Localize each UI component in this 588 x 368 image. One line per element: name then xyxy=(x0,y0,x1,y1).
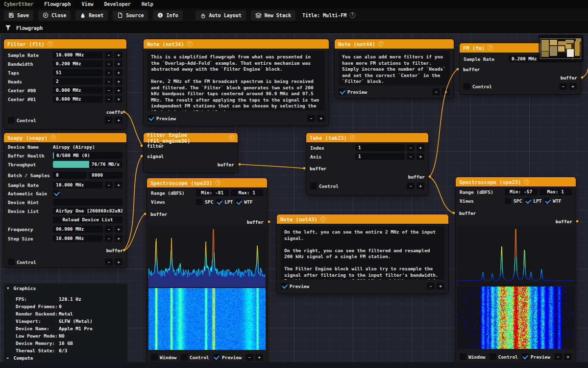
node-header[interactable]: Note (not34)? xyxy=(144,39,329,49)
help-icon[interactable]: ? xyxy=(349,12,355,18)
frequency-field[interactable]: 96.900 MHz xyxy=(53,226,103,233)
view-checkbox[interactable] xyxy=(196,199,202,205)
node-filter-engine[interactable]: Filter Engine (fil_engine36)? filter sig… xyxy=(144,133,238,172)
view-checkbox[interactable] xyxy=(216,199,222,205)
auto-layout-button[interactable]: Auto Layout xyxy=(196,10,246,21)
node-spectroscope-spe33[interactable]: Spectroscope (spe33)? Range (dBFS) Min: … xyxy=(147,178,267,363)
input-pin-filter[interactable]: filter xyxy=(147,142,164,149)
stepper-plus-button[interactable]: + xyxy=(564,353,572,360)
preview-checkbox[interactable] xyxy=(339,88,345,95)
stepper-minus-button[interactable]: - xyxy=(245,354,253,361)
stepper-plus-button[interactable]: + xyxy=(255,354,263,361)
output-pin-buffer[interactable]: buffer xyxy=(561,74,577,81)
source-button[interactable]: Source xyxy=(113,10,148,21)
help-icon[interactable]: ? xyxy=(488,45,493,51)
control-checkbox[interactable] xyxy=(490,353,496,360)
stepper-plus-button[interactable]: + xyxy=(442,88,450,95)
stepper-minus-button[interactable]: - xyxy=(554,353,562,360)
window-checkbox[interactable] xyxy=(460,353,466,360)
stepper-minus-button[interactable]: - xyxy=(105,52,113,58)
param-value-field[interactable]: 10.000 MHz xyxy=(53,52,103,58)
help-icon[interactable]: ? xyxy=(187,41,193,47)
samples-field[interactable]: 8000 xyxy=(89,172,122,179)
stepper-minus-button[interactable]: - xyxy=(427,283,435,289)
waterfall-plot[interactable] xyxy=(457,287,574,349)
stepper-plus-button[interactable]: + xyxy=(416,144,424,151)
reload-device-list-button[interactable]: Reload Device List xyxy=(53,216,122,223)
menu-help[interactable]: Help xyxy=(142,1,153,7)
param-value-field[interactable]: 1 xyxy=(355,153,405,160)
input-pin-buffer[interactable]: buffer xyxy=(310,165,326,172)
device-hint-field[interactable] xyxy=(53,199,122,206)
node-header[interactable]: Filter Engine (fil_engine36)? xyxy=(144,133,238,142)
stepper-plus-button[interactable]: + xyxy=(416,183,424,189)
param-value-field[interactable]: 51 xyxy=(53,69,103,76)
view-checkbox[interactable] xyxy=(524,198,531,204)
stepper-minus-button[interactable]: - xyxy=(105,259,113,265)
graphics-section[interactable]: ▼Graphics xyxy=(7,286,36,291)
control-checkbox[interactable] xyxy=(181,354,188,361)
range-max-field[interactable]: Max: 1 xyxy=(231,189,264,196)
stepper-minus-button[interactable]: - xyxy=(105,87,113,94)
stepper-plus-button[interactable]: + xyxy=(115,182,122,188)
stepper-minus-button[interactable]: - xyxy=(407,144,415,151)
preview-checkbox[interactable] xyxy=(213,354,220,361)
control-checkbox[interactable] xyxy=(8,259,15,265)
output-pin-buffer[interactable]: buffer xyxy=(106,247,123,254)
menu-view[interactable]: View xyxy=(81,1,93,7)
output-pin-buffer[interactable]: buffer xyxy=(408,173,425,180)
save-button[interactable]: Save xyxy=(4,10,33,21)
compute-section[interactable]: ►Compute xyxy=(7,355,33,361)
auto-gain-checkbox[interactable] xyxy=(53,190,60,197)
sample-rate-field[interactable]: 10.000 MHz xyxy=(53,182,103,188)
view-checkbox[interactable] xyxy=(544,198,550,204)
stepper-plus-button[interactable]: + xyxy=(115,69,122,76)
node-header[interactable]: Filter (flt)? xyxy=(4,39,126,49)
node-header[interactable]: Note (not43)? xyxy=(277,214,448,224)
node-take[interactable]: Take (tak23)? Index 1 - + Axis 1 - + buf… xyxy=(306,133,428,195)
node-note-not44[interactable]: Note (not44)? You can also add more filt… xyxy=(335,39,454,98)
preview-checkbox[interactable] xyxy=(522,353,529,360)
info-button[interactable]: Info xyxy=(153,10,182,21)
funnel-icon[interactable] xyxy=(5,25,11,32)
node-soapy[interactable]: Soapy (soapy)? Device Name Airspy (Airsp… xyxy=(4,133,126,267)
stepper-plus-button[interactable]: + xyxy=(115,87,122,94)
stepper-minus-button[interactable]: - xyxy=(307,115,315,122)
control-checkbox[interactable] xyxy=(464,83,470,90)
input-pin-signal[interactable]: signal xyxy=(147,153,164,159)
stepper-plus-button[interactable]: + xyxy=(115,259,122,265)
stepper-minus-button[interactable]: - xyxy=(105,117,113,124)
stepper-plus-button[interactable]: + xyxy=(115,52,122,58)
stepper-minus-button[interactable]: - xyxy=(105,226,113,233)
help-icon[interactable]: ? xyxy=(350,135,355,140)
help-icon[interactable]: ? xyxy=(320,216,326,222)
stepper-minus-button[interactable]: - xyxy=(105,69,113,76)
input-pin-buffer[interactable]: buffer xyxy=(463,66,480,73)
menu-developer[interactable]: Developer xyxy=(104,1,131,7)
stepper-minus-button[interactable]: - xyxy=(105,182,113,188)
preview-checkbox[interactable] xyxy=(147,115,154,122)
view-checkbox[interactable] xyxy=(235,199,242,205)
spectrum-plot[interactable] xyxy=(148,226,266,287)
param-value-field[interactable]: 0.600 MHz xyxy=(53,96,103,103)
range-min-field[interactable]: Min: -81 xyxy=(196,189,229,196)
node-spectroscope-spe23[interactable]: Spectroscope (spe23)? Range (dBFS) Min: … xyxy=(456,177,576,363)
view-checkbox[interactable] xyxy=(505,198,511,204)
stepper-minus-button[interactable]: - xyxy=(105,60,113,67)
stepper-minus-button[interactable]: - xyxy=(432,88,440,95)
control-checkbox[interactable] xyxy=(8,117,15,124)
close-button[interactable]: Close xyxy=(38,10,71,21)
stepper-plus-button[interactable]: + xyxy=(115,60,122,67)
stepper-plus-button[interactable]: + xyxy=(437,283,444,289)
output-pin-buffer[interactable]: buffer xyxy=(247,218,264,225)
flowgraph-canvas[interactable]: Filter (flt)? Sample Rate 10.000 MHz - +… xyxy=(0,33,588,368)
stepper-minus-button[interactable]: - xyxy=(559,83,567,90)
help-icon[interactable]: ? xyxy=(48,41,53,47)
range-min-field[interactable]: Min: -57 xyxy=(505,188,538,195)
stepper-plus-button[interactable]: + xyxy=(115,117,122,124)
spectrum-plot[interactable] xyxy=(457,226,574,286)
help-icon[interactable]: ? xyxy=(50,135,56,140)
menu-flowgraph[interactable]: Flowgraph xyxy=(44,1,71,7)
help-icon[interactable]: ? xyxy=(215,180,220,185)
stepper-minus-button[interactable]: - xyxy=(105,96,113,103)
